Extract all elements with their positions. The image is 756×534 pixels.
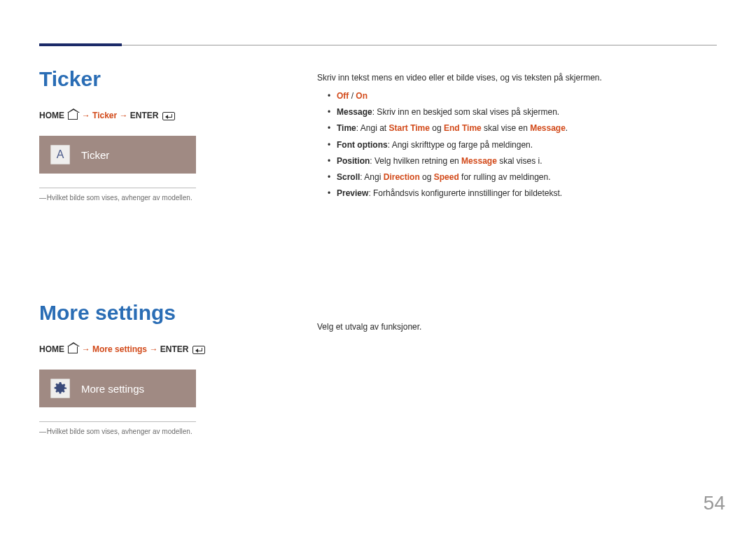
accent-text: End Time xyxy=(444,123,482,133)
body-text: skal vises i. xyxy=(497,156,542,166)
accent-text: Start Time xyxy=(389,123,430,133)
breadcrumb-enter-label: ENTER xyxy=(130,111,159,120)
bullet-preview: Preview: Forhåndsvis konfigurerte innsti… xyxy=(317,187,717,200)
page-number: 54 xyxy=(704,492,725,514)
home-icon xyxy=(68,346,78,353)
divider xyxy=(39,188,196,188)
enter-icon xyxy=(162,112,175,120)
section2-description: Velg et utvalg av funksjoner. xyxy=(317,322,717,332)
bullet-position: Position: Velg hvilken retning en Messag… xyxy=(317,155,717,168)
gear-svg xyxy=(52,380,69,397)
footnote-text: Hvilket bilde som vises, avhenger av mod… xyxy=(39,194,314,202)
body-text: : Angi skrifttype og farge på meldingen. xyxy=(388,140,533,150)
accent-text: Message xyxy=(461,156,497,166)
body-text: : Forhåndsvis konfigurerte innstillinger… xyxy=(368,188,562,198)
accent-text: On xyxy=(356,91,368,101)
menu-tile-more-settings[interactable]: More settings xyxy=(39,370,196,407)
document-page: Ticker HOME → Ticker → ENTER A Ticker Hv… xyxy=(0,0,756,534)
body-text: : Angi at xyxy=(356,123,389,133)
breadcrumb-more-settings: HOME → More settings → ENTER xyxy=(39,344,314,354)
body-text: : Skriv inn en beskjed som skal vises på… xyxy=(372,107,559,117)
breadcrumb-arrow: → xyxy=(149,344,158,354)
body-text: skal vise en xyxy=(482,123,530,133)
right-column: Skriv inn tekst mens en video eller et b… xyxy=(314,67,717,435)
accent-text: Direction xyxy=(384,172,420,182)
tile-letter-icon: A xyxy=(50,145,70,164)
gear-icon xyxy=(50,379,70,398)
body-text: og xyxy=(430,123,444,133)
breadcrumb-ticker: HOME → Ticker → ENTER xyxy=(39,111,314,120)
section-heading-more-settings: More settings xyxy=(39,301,314,325)
section-spacer xyxy=(39,202,314,301)
separator: / xyxy=(349,91,356,101)
accent-text: Speed xyxy=(434,172,459,182)
section-spacer xyxy=(317,203,717,322)
section1-description: Skriv inn tekst mens en video eller et b… xyxy=(317,71,717,84)
breadcrumb-enter-label: ENTER xyxy=(160,344,189,354)
breadcrumb-arrow: → xyxy=(82,111,90,120)
bold-label: Time xyxy=(337,123,356,133)
body-text: og xyxy=(420,172,434,182)
tile-label: Ticker xyxy=(81,149,109,161)
breadcrumb-home-label: HOME xyxy=(39,344,64,354)
body-text: : Angi xyxy=(360,172,383,182)
bullet-off-on: Off / On xyxy=(317,90,717,103)
bold-label: Scroll xyxy=(337,172,360,182)
feature-bullet-list: Off / On Message: Skriv inn en beskjed s… xyxy=(317,90,717,200)
bullet-font-options: Font options: Angi skrifttype og farge p… xyxy=(317,139,717,152)
body-text: . xyxy=(566,123,568,133)
bold-label: Preview xyxy=(337,188,368,198)
bullet-message: Message: Skriv inn en beskjed som skal v… xyxy=(317,106,717,119)
top-horizontal-rule xyxy=(39,45,717,45)
left-column: Ticker HOME → Ticker → ENTER A Ticker Hv… xyxy=(39,67,314,435)
home-icon xyxy=(68,113,78,120)
bold-label: Font options xyxy=(337,140,388,150)
footnote-text: Hvilket bilde som vises, avhenger av mod… xyxy=(39,428,314,435)
breadcrumb-arrow: → xyxy=(120,111,128,120)
menu-tile-ticker[interactable]: A Ticker xyxy=(39,136,196,174)
breadcrumb-current: More settings xyxy=(92,344,147,354)
body-text: for rulling av meldingen. xyxy=(459,172,551,182)
breadcrumb-home-label: HOME xyxy=(39,111,64,120)
bullet-scroll: Scroll: Angi Direction og Speed for rull… xyxy=(317,171,717,184)
accent-bar xyxy=(39,43,122,46)
section-heading-ticker: Ticker xyxy=(39,67,314,91)
enter-icon xyxy=(192,346,205,354)
breadcrumb-current: Ticker xyxy=(92,111,117,120)
bullet-time: Time: Angi at Start Time og End Time ska… xyxy=(317,122,717,135)
bold-label: Message xyxy=(337,107,372,117)
bold-label: Position xyxy=(337,156,370,166)
divider xyxy=(39,421,196,422)
two-column-layout: Ticker HOME → Ticker → ENTER A Ticker Hv… xyxy=(39,67,717,435)
breadcrumb-arrow: → xyxy=(82,344,90,354)
accent-text: Off xyxy=(337,91,349,101)
body-text: : Velg hvilken retning en xyxy=(370,156,461,166)
tile-label: More settings xyxy=(81,383,144,395)
accent-text: Message xyxy=(530,123,566,133)
